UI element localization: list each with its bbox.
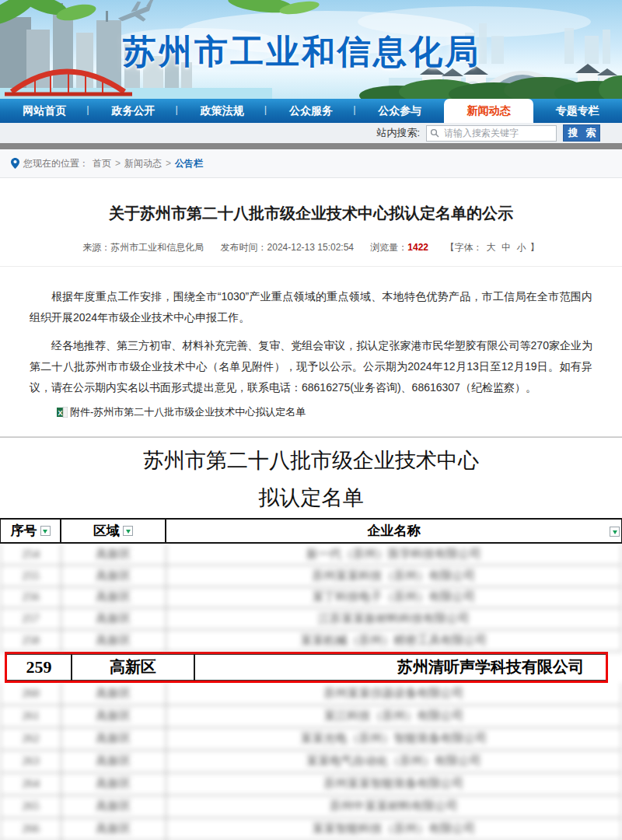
attachment-link[interactable]: X 附件-苏州市第二十八批市级企业技术中心拟认定名单 <box>57 405 622 419</box>
cell-no: 263 <box>1 751 61 772</box>
sheet-title-line1: 苏州市第二十八批市级企业技术中心 <box>0 446 622 475</box>
cell-region: 高新区 <box>61 705 166 727</box>
highlight-cell-company: 苏州清听声学科技有限公司 <box>195 654 606 681</box>
cell-no: 254 <box>1 544 61 565</box>
search-box <box>426 125 557 142</box>
cell-no: 258 <box>1 630 61 651</box>
paragraph-2: 经各地推荐、第三方初审、材料补充完善、复审、党组会审议，拟认定张家港市民华塑胶有… <box>30 335 592 398</box>
divider-strip <box>0 143 622 149</box>
cell-region: 高新区 <box>61 630 166 651</box>
meta-views-count: 1422 <box>407 242 428 253</box>
location-pin-icon <box>11 158 19 169</box>
svg-text:X: X <box>58 409 62 417</box>
font-size-open: 【字体： <box>445 242 482 253</box>
cell-region: 高新区 <box>61 773 166 795</box>
cell-company: 某某机械（苏州）精密工具有限公司 <box>166 630 621 651</box>
table-row-blurred: 262 高新区 某某光电（苏州）智能装备有限公司 <box>1 728 621 751</box>
cell-region: 高新区 <box>61 587 166 608</box>
table-row-blurred: 258 高新区 某某机械（苏州）精密工具有限公司 <box>1 630 621 652</box>
table-row-blurred: 265 高新区 苏州中某某材料有限公司 <box>1 796 621 818</box>
agency-title: 苏州市工业和信息化局 <box>123 30 480 75</box>
breadcrumb-news[interactable]: 新闻动态 <box>124 157 162 170</box>
table-row-blurred: 256 高新区 某丁科技电子（苏州）有限公司 <box>1 587 621 609</box>
cell-no: 265 <box>1 796 61 817</box>
breadcrumb-separator: > <box>115 158 121 169</box>
column-header-company: 企业名称 <box>368 522 421 540</box>
cell-company: 某丁科技电子（苏州）有限公司 <box>166 587 621 608</box>
cell-region: 高新区 <box>61 608 166 629</box>
cell-no: 262 <box>1 728 61 750</box>
nav-item-news-active[interactable]: 新闻动态 <box>444 99 533 123</box>
cell-company: 苏州某某科技（苏州）有限公司 <box>166 565 621 586</box>
nav-item-participation[interactable]: 公众参与 <box>355 99 444 123</box>
nav-item-gov-info[interactable]: 政务公开 <box>89 99 177 123</box>
article-body: 根据年度重点工作安排，围绕全市“1030”产业重点领域的重点领域、本地特色优势产… <box>30 286 592 398</box>
table-row-blurred: 266 高新区 某某智能科技（苏州）有限公司 <box>1 818 621 840</box>
nav-item-special-columns[interactable]: 专题专栏 <box>533 99 622 123</box>
meta-source: 苏州市工业和信息化局 <box>110 242 204 253</box>
table-row-blurred: 261 高新区 某江科技（苏州）有限公司 <box>1 705 621 728</box>
cell-region: 高新区 <box>61 728 166 750</box>
table-row-blurred: 255 高新区 苏州某某科技（苏州）有限公司 <box>1 565 621 587</box>
breadcrumb-current[interactable]: 公告栏 <box>175 157 203 170</box>
breadcrumb-home[interactable]: 首页 <box>93 157 111 170</box>
table-row-blurred: 263 高新区 某某电气自动化（苏州）有限公司 <box>1 751 621 773</box>
cell-company: 某某电气自动化（苏州）有限公司 <box>166 751 621 772</box>
blurred-rows-below: 260 高新区 苏州某某仪器设备有限公司 261 高新区 某江科技（苏州）有限公… <box>0 683 622 840</box>
main-nav: 网站首页 政务公开 政策法规 公众服务 公众参与 新闻动态 专题专栏 <box>0 99 622 123</box>
cell-region: 高新区 <box>61 796 166 817</box>
excel-file-icon: X <box>57 407 68 418</box>
meta-views-label: 浏览量： <box>370 242 407 253</box>
search-input[interactable] <box>426 125 557 142</box>
site-search-bar: 站内搜索: 搜 索 <box>0 123 622 143</box>
font-size-large-button[interactable]: 大 <box>487 242 496 253</box>
meta-source-label: 来源： <box>82 242 110 253</box>
highlight-cell-region: 高新区 <box>72 654 195 681</box>
filter-dropdown-no[interactable] <box>40 526 51 536</box>
font-size-small-button[interactable]: 小 <box>516 242 526 253</box>
cell-company: 某江科技（苏州）有限公司 <box>166 705 621 727</box>
font-size-close: 】 <box>530 242 540 253</box>
cell-no: 256 <box>1 587 61 608</box>
cell-company: 苏州某某仪器设备有限公司 <box>166 683 621 705</box>
cell-company: 新一代（苏州）医学科技有限公司 <box>166 544 621 565</box>
nav-item-public-service[interactable]: 公众服务 <box>267 99 355 123</box>
nav-item-policies[interactable]: 政策法规 <box>178 99 267 123</box>
site-banner: 苏州市工业和信息化局 <box>0 0 622 99</box>
cell-no: 264 <box>1 773 61 795</box>
article: 关于苏州市第二十八批市级企业技术中心拟认定名单的公示 来源：苏州市工业和信息化局… <box>0 178 622 419</box>
filter-dropdown-company[interactable] <box>610 527 620 537</box>
breadcrumb: 您现在的位置： 首页 > 新闻动态 > 公告栏 <box>0 149 622 178</box>
sheet-header-row: 序号 区域 企业名称 <box>0 518 622 544</box>
airplane-icon <box>115 0 159 28</box>
cell-no: 261 <box>1 705 61 727</box>
table-row-blurred: 257 高新区 江苏某某新材料科技有限公司 <box>1 608 621 630</box>
meta-time-label: 发布时间： <box>221 242 267 253</box>
cell-company: 苏州中某某材料有限公司 <box>166 796 621 817</box>
table-row-blurred: 254 高新区 新一代（苏州）医学科技有限公司 <box>1 544 621 565</box>
paragraph-1: 根据年度重点工作安排，围绕全市“1030”产业重点领域的重点领域、本地特色优势产… <box>30 286 592 328</box>
search-label: 站内搜索: <box>376 126 420 140</box>
cell-no: 255 <box>1 565 61 586</box>
article-title: 关于苏州市第二十八批市级企业技术中心拟认定名单的公示 <box>0 203 622 224</box>
article-meta: 来源：苏州市工业和信息化局 发布时间：2024-12-13 15:02:54 浏… <box>0 241 622 267</box>
cell-region: 高新区 <box>61 565 166 586</box>
sheet-title-line2: 拟认定名单 <box>0 483 622 513</box>
breadcrumb-prefix: 您现在的位置： <box>23 157 89 170</box>
attachment-label: 附件-苏州市第二十八批市级企业技术中心拟认定名单 <box>70 405 306 419</box>
column-header-no: 序号 <box>11 522 37 540</box>
cell-no: 260 <box>1 683 61 705</box>
filter-dropdown-region[interactable] <box>123 526 133 536</box>
cell-region: 高新区 <box>61 751 166 772</box>
breadcrumb-separator: > <box>166 158 171 169</box>
font-size-medium-button[interactable]: 中 <box>501 242 511 253</box>
cell-company: 苏州某某智能装备有限公司 <box>166 773 621 795</box>
table-row-blurred: 264 高新区 苏州某某智能装备有限公司 <box>1 773 621 796</box>
search-button[interactable]: 搜 索 <box>563 124 600 142</box>
column-header-region: 区域 <box>93 522 120 540</box>
table-row-blurred: 260 高新区 苏州某某仪器设备有限公司 <box>1 683 621 705</box>
cell-region: 高新区 <box>61 544 166 565</box>
nav-item-home[interactable]: 网站首页 <box>0 99 89 123</box>
highlight-cell-no: 259 <box>7 654 72 681</box>
cell-no: 266 <box>1 818 61 840</box>
